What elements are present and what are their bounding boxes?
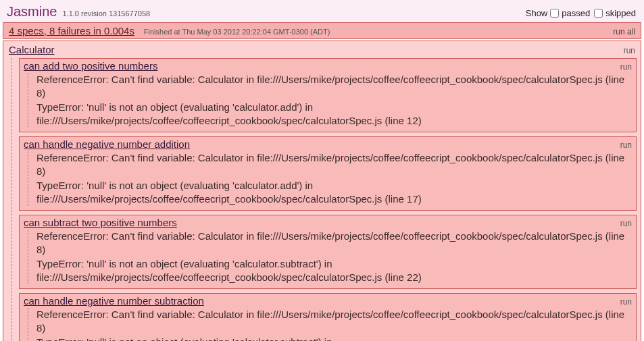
results: Calculator run can add two positive numb…: [3, 41, 641, 341]
error-message: TypeError: 'null' is not an object (eval…: [36, 179, 632, 207]
passed-label[interactable]: passed: [562, 8, 590, 18]
error-message: TypeError: 'null' is not an object (eval…: [36, 101, 632, 128]
spec: can subtract two positive numbersrunRefe…: [19, 215, 637, 289]
spec-messages: ReferenceError: Can't find variable: Cal…: [28, 151, 632, 206]
error-message: ReferenceError: Can't find variable: Cal…: [36, 230, 632, 257]
error-message: ReferenceError: Can't find variable: Cal…: [36, 308, 632, 336]
error-message: TypeError: 'null' is not an object (eval…: [36, 336, 632, 342]
spec: can add two positive numbersrunReference…: [19, 58, 637, 132]
spec-header: can subtract two positive numbersrun: [24, 217, 632, 228]
spec-run-link[interactable]: run: [620, 219, 632, 228]
skipped-checkbox[interactable]: [594, 9, 603, 18]
summary-left: 4 specs, 8 failures in 0.004s Finished a…: [9, 25, 330, 36]
specs-wrap: can add two positive numbersrunReference…: [11, 58, 637, 341]
app-title: Jasmine: [7, 4, 57, 20]
spec-header: can handle negative number subtractionru…: [24, 295, 632, 307]
spec: can handle negative number subtractionru…: [19, 293, 637, 341]
run-all-link[interactable]: run all: [613, 27, 635, 36]
finished-at: Finished at Thu May 03 2012 20:22:04 GMT…: [144, 28, 330, 36]
spec-messages: ReferenceError: Can't find variable: Cal…: [28, 308, 632, 341]
show-label: Show: [526, 8, 548, 18]
app-version: 1.1.0 revision 1315677058: [62, 9, 150, 18]
spec-run-link[interactable]: run: [620, 62, 632, 72]
suite-run-link[interactable]: run: [624, 46, 635, 55]
error-message: ReferenceError: Can't find variable: Cal…: [36, 73, 632, 101]
summary-link[interactable]: 4 specs, 8 failures in 0.004s: [9, 25, 134, 36]
spec-run-link[interactable]: run: [620, 140, 632, 150]
suite-name-link[interactable]: Calculator: [9, 44, 55, 55]
spec: can handle negative number additionrunRe…: [19, 136, 637, 211]
error-message: TypeError: 'null' is not an object (eval…: [36, 257, 632, 285]
spec-messages: ReferenceError: Can't find variable: Cal…: [28, 73, 632, 128]
spec-name-link[interactable]: can add two positive numbers: [24, 60, 157, 72]
passed-checkbox[interactable]: [550, 9, 559, 18]
spec-name-link[interactable]: can subtract two positive numbers: [24, 217, 177, 228]
error-message: ReferenceError: Can't find variable: Cal…: [36, 151, 632, 179]
skipped-label[interactable]: skipped: [605, 8, 636, 18]
spec-run-link[interactable]: run: [620, 297, 632, 307]
header: Jasmine 1.1.0 revision 1315677058 Show p…: [0, 0, 644, 22]
summary-bar: 4 specs, 8 failures in 0.004s Finished a…: [3, 22, 641, 39]
spec-header: can handle negative number additionrun: [24, 138, 632, 150]
spec-header: can add two positive numbersrun: [24, 60, 632, 72]
header-right: Show passed skipped: [526, 8, 637, 18]
spec-messages: ReferenceError: Can't find variable: Cal…: [28, 230, 632, 284]
header-left: Jasmine 1.1.0 revision 1315677058: [7, 4, 150, 20]
spec-name-link[interactable]: can handle negative number addition: [24, 138, 190, 150]
spec-name-link[interactable]: can handle negative number subtraction: [24, 295, 204, 307]
suite-header: Calculator run: [7, 43, 637, 58]
